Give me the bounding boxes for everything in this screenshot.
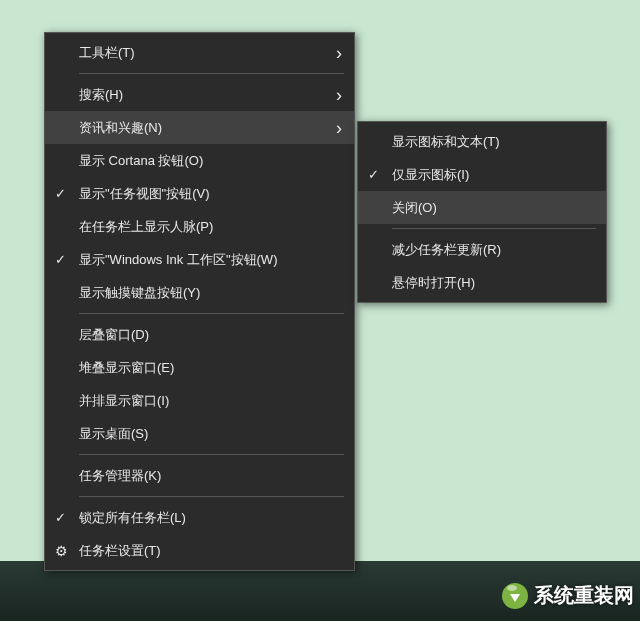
menu-news-interests[interactable]: 资讯和兴趣(N) bbox=[45, 111, 354, 144]
menu-cascade[interactable]: 层叠窗口(D) bbox=[45, 318, 354, 351]
submenu-close-label: 关闭(O) bbox=[392, 199, 437, 217]
separator bbox=[79, 454, 344, 455]
submenu-close[interactable]: 关闭(O) bbox=[358, 191, 606, 224]
menu-toolbars-label: 工具栏(T) bbox=[79, 44, 135, 62]
taskbar-context-menu: 工具栏(T) 搜索(H) 资讯和兴趣(N) 显示 Cortana 按钮(O) ✓… bbox=[44, 32, 355, 571]
menu-news-interests-label: 资讯和兴趣(N) bbox=[79, 119, 162, 137]
menu-show-touch-kb[interactable]: 显示触摸键盘按钮(Y) bbox=[45, 276, 354, 309]
menu-stacked[interactable]: 堆叠显示窗口(E) bbox=[45, 351, 354, 384]
separator bbox=[392, 228, 596, 229]
menu-show-people-label: 在任务栏上显示人脉(P) bbox=[79, 218, 213, 236]
menu-lock-all[interactable]: ✓ 锁定所有任务栏(L) bbox=[45, 501, 354, 534]
news-interests-submenu: 显示图标和文本(T) ✓ 仅显示图标(I) 关闭(O) 减少任务栏更新(R) 悬… bbox=[357, 121, 607, 303]
menu-show-touch-kb-label: 显示触摸键盘按钮(Y) bbox=[79, 284, 200, 302]
menu-show-cortana-label: 显示 Cortana 按钮(O) bbox=[79, 152, 203, 170]
menu-lock-all-label: 锁定所有任务栏(L) bbox=[79, 509, 186, 527]
submenu-icon-only-label: 仅显示图标(I) bbox=[392, 166, 469, 184]
menu-show-ink-label: 显示"Windows Ink 工作区"按钮(W) bbox=[79, 251, 277, 269]
submenu-reduce-updates-label: 减少任务栏更新(R) bbox=[392, 241, 501, 259]
submenu-icon-text-label: 显示图标和文本(T) bbox=[392, 133, 500, 151]
gear-icon: ⚙ bbox=[55, 543, 68, 559]
check-icon: ✓ bbox=[55, 186, 66, 201]
menu-search[interactable]: 搜索(H) bbox=[45, 78, 354, 111]
check-icon: ✓ bbox=[55, 510, 66, 525]
menu-show-desktop-label: 显示桌面(S) bbox=[79, 425, 148, 443]
menu-show-taskview[interactable]: ✓ 显示"任务视图"按钮(V) bbox=[45, 177, 354, 210]
menu-toolbars[interactable]: 工具栏(T) bbox=[45, 36, 354, 69]
separator bbox=[79, 73, 344, 74]
menu-side-by-side[interactable]: 并排显示窗口(I) bbox=[45, 384, 354, 417]
menu-search-label: 搜索(H) bbox=[79, 86, 123, 104]
menu-cascade-label: 层叠窗口(D) bbox=[79, 326, 149, 344]
submenu-icon-only[interactable]: ✓ 仅显示图标(I) bbox=[358, 158, 606, 191]
submenu-open-hover-label: 悬停时打开(H) bbox=[392, 274, 475, 292]
menu-show-cortana[interactable]: 显示 Cortana 按钮(O) bbox=[45, 144, 354, 177]
menu-show-ink[interactable]: ✓ 显示"Windows Ink 工作区"按钮(W) bbox=[45, 243, 354, 276]
menu-show-desktop[interactable]: 显示桌面(S) bbox=[45, 417, 354, 450]
menu-taskbar-settings[interactable]: ⚙ 任务栏设置(T) bbox=[45, 534, 354, 567]
submenu-reduce-updates[interactable]: 减少任务栏更新(R) bbox=[358, 233, 606, 266]
submenu-open-hover[interactable]: 悬停时打开(H) bbox=[358, 266, 606, 299]
menu-show-people[interactable]: 在任务栏上显示人脉(P) bbox=[45, 210, 354, 243]
menu-taskbar-settings-label: 任务栏设置(T) bbox=[79, 542, 161, 560]
check-icon: ✓ bbox=[368, 167, 379, 182]
menu-side-by-side-label: 并排显示窗口(I) bbox=[79, 392, 169, 410]
menu-stacked-label: 堆叠显示窗口(E) bbox=[79, 359, 174, 377]
menu-task-manager[interactable]: 任务管理器(K) bbox=[45, 459, 354, 492]
separator bbox=[79, 496, 344, 497]
submenu-icon-text[interactable]: 显示图标和文本(T) bbox=[358, 125, 606, 158]
menu-show-taskview-label: 显示"任务视图"按钮(V) bbox=[79, 185, 210, 203]
separator bbox=[79, 313, 344, 314]
check-icon: ✓ bbox=[55, 252, 66, 267]
menu-task-manager-label: 任务管理器(K) bbox=[79, 467, 161, 485]
